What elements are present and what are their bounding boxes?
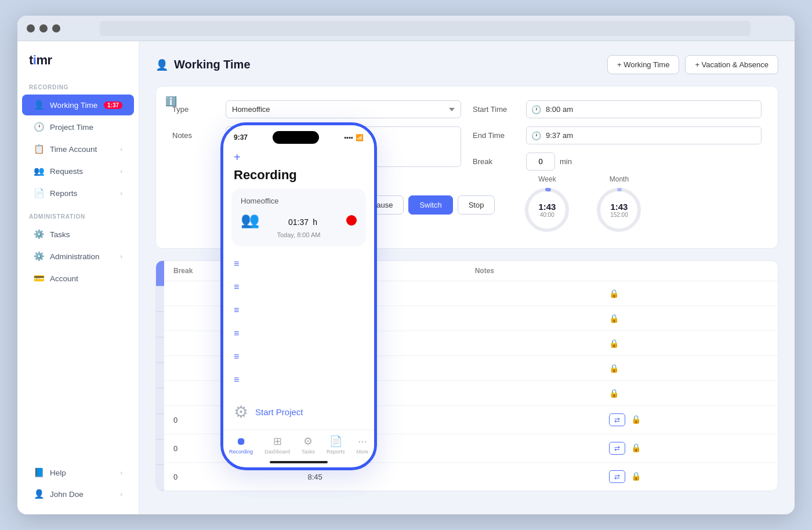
start-time-wrap: 🕐 — [526, 100, 762, 118]
edit-button[interactable]: ⇄ — [609, 470, 625, 483]
sidebar-item-requests[interactable]: 👥 Requests › — [22, 161, 134, 181]
browser-window: timr RECORDING 👤 Working Time 1:37 🕐 Pro… — [17, 16, 795, 514]
actions-cell: 🔒 — [600, 356, 778, 381]
traffic-light-close[interactable] — [27, 24, 35, 32]
home-bar — [270, 461, 328, 463]
working-time-badge: 1:37 — [104, 101, 122, 109]
traffic-light-min[interactable] — [39, 24, 48, 32]
sidebar-item-working-time[interactable]: 👤 Working Time 1:37 — [22, 95, 134, 115]
add-vacation-button[interactable]: + Vacation & Absence — [685, 55, 778, 74]
lock-icon[interactable]: 🔒 — [609, 314, 619, 323]
phone-nav-reports-label: Reports — [327, 449, 345, 455]
chevron-icon: › — [120, 469, 122, 476]
sidebar-item-time-account[interactable]: 📋 Time Account › — [22, 139, 134, 159]
page-title: 👤 Working Time — [155, 58, 251, 71]
phone-start-project[interactable]: ⚙ Start Project — [223, 394, 374, 430]
main-header: 👤 Working Time + Working Time + Vacation… — [155, 55, 778, 74]
start-project-label: Start Project — [255, 407, 303, 417]
phone-rec-row: 👥 01:37 h — [241, 211, 357, 229]
edit-button[interactable]: ⇄ — [609, 413, 625, 426]
sidebar-item-label: Help — [50, 469, 66, 477]
sidebar-item-label: Requests — [50, 167, 83, 176]
sidebar-item-administration[interactable]: ⚙️ Administration › — [22, 246, 134, 267]
lock-icon[interactable]: 🔒 — [609, 289, 619, 298]
phone-nav-recording[interactable]: ⏺ Recording — [229, 435, 253, 455]
stop-button[interactable]: Stop — [458, 195, 495, 215]
phone-rec-label: Homeoffice — [241, 197, 357, 205]
list-item: ≡ — [223, 275, 374, 299]
url-bar[interactable] — [100, 21, 751, 36]
phone-shell: 9:37 ▪▪▪▪ 📶 + Recording — [220, 122, 377, 470]
phone-nav-more[interactable]: ··· More — [356, 435, 368, 455]
break-label: Break — [473, 153, 519, 166]
phone-rec-time-wrap: 01:37 h — [288, 211, 317, 229]
sidebar-item-reports[interactable]: 📄 Reports › — [22, 183, 134, 204]
sidebar-footer: 📘 Help › 👤 John Doe › — [17, 462, 139, 505]
phone-nav-reports[interactable]: 📄 Reports — [327, 435, 345, 455]
phone-time: 9:37 — [234, 133, 248, 141]
sidebar-section-recording: RECORDING — [17, 75, 139, 94]
month-circle-chart: 1:43 152:00 — [594, 186, 643, 234]
sidebar-item-project-time[interactable]: 🕐 Project Time — [22, 117, 134, 137]
phone-add-button[interactable]: + — [234, 151, 241, 164]
phone-nav-tasks-label: Tasks — [302, 449, 315, 455]
edit-button[interactable]: ⇄ — [609, 442, 625, 455]
start-time-input[interactable] — [546, 101, 598, 118]
lock-icon[interactable]: 🔒 — [609, 364, 619, 373]
chevron-icon: › — [120, 253, 122, 260]
sidebar-item-tasks[interactable]: ⚙️ Tasks — [22, 224, 134, 245]
notes-cell — [466, 306, 600, 331]
phone-nav-dashboard-label: Dashboard — [264, 449, 290, 455]
actions-cell: ⇄ 🔒 — [600, 463, 778, 491]
col-notes: Notes — [466, 261, 600, 281]
sidebar-item-user[interactable]: 👤 John Doe › — [22, 484, 134, 504]
phone-topbar: + — [223, 146, 374, 164]
table-left-bar — [156, 261, 164, 491]
lock-icon[interactable]: 🔒 — [631, 471, 641, 481]
sidebar-item-label: Project Time — [50, 123, 93, 132]
phone-statusbar: 9:37 ▪▪▪▪ 📶 — [223, 125, 374, 146]
phone-title: Recording — [223, 164, 374, 188]
switch-button[interactable]: Switch — [408, 195, 452, 215]
lock-icon[interactable]: 🔒 — [631, 415, 641, 424]
type-row: Type Homeoffice Office Remote — [172, 100, 461, 118]
administration-icon: ⚙️ — [34, 251, 44, 262]
phone-rec-icon: 👥 — [241, 211, 259, 229]
lock-icon[interactable]: 🔒 — [631, 443, 641, 452]
phone-rec-sub: Today, 8:00 AM — [241, 231, 357, 238]
list-icon: ≡ — [234, 305, 239, 315]
traffic-light-max[interactable] — [52, 24, 60, 32]
end-time-row: End Time 🕐 — [473, 126, 762, 144]
lock-icon[interactable]: 🔒 — [609, 339, 619, 348]
start-time-row: Start Time 🕐 — [473, 100, 762, 118]
browser-titlebar — [17, 16, 795, 41]
notes-cell — [466, 281, 600, 306]
sidebar-item-label: John Doe — [50, 490, 84, 499]
break-input[interactable]: 0 — [526, 153, 555, 170]
header-buttons: + Working Time + Vacation & Absence — [607, 55, 778, 74]
break-row: Break 0 min — [473, 153, 762, 170]
nav-tasks-icon: ⚙ — [303, 435, 313, 448]
phone-nav-dashboard[interactable]: ⊞ Dashboard — [264, 435, 290, 455]
start-project-icon: ⚙ — [234, 402, 248, 422]
sidebar-item-help[interactable]: 📘 Help › — [22, 462, 134, 483]
end-time-input[interactable] — [546, 127, 598, 144]
add-working-time-button[interactable]: + Working Time — [607, 55, 679, 74]
wifi-icon: 📶 — [356, 134, 364, 141]
month-value: 1:43 — [610, 202, 628, 212]
phone-list: ≡ ≡ ≡ ≡ ≡ — [223, 252, 374, 392]
phone-nav-tasks[interactable]: ⚙ Tasks — [302, 435, 315, 455]
chevron-icon: › — [120, 491, 122, 498]
phone-nav-recording-label: Recording — [229, 449, 253, 455]
week-sub: 40:00 — [538, 212, 556, 218]
chart-row: Week 1:43 40:00 — [523, 175, 643, 234]
type-select[interactable]: Homeoffice Office Remote — [226, 100, 461, 118]
actions-cell: 🔒 — [600, 306, 778, 331]
break-unit: min — [560, 157, 572, 166]
sidebar-item-label: Administration — [50, 252, 100, 261]
lock-icon[interactable]: 🔒 — [609, 389, 619, 398]
time-account-icon: 📋 — [34, 144, 44, 154]
reports-icon: 📄 — [34, 188, 44, 198]
sidebar-item-account[interactable]: 💳 Account — [22, 268, 134, 289]
col-actions — [600, 261, 778, 281]
